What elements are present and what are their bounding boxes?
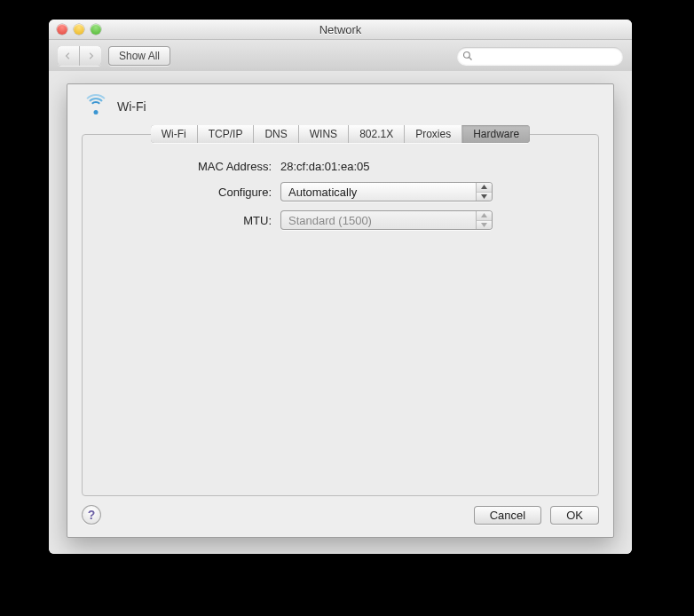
connection-name: Wi-Fi	[117, 99, 146, 114]
tab-label: Hardware	[473, 128, 519, 140]
tab-tcp-ip[interactable]: TCP/IP	[197, 125, 254, 143]
mac-address-label: MAC Address:	[99, 160, 280, 173]
tab-wins[interactable]: WINS	[298, 125, 348, 143]
ok-label: OK	[566, 509, 583, 522]
show-all-button[interactable]: Show All	[108, 46, 170, 66]
minimize-window-button[interactable]	[74, 24, 84, 35]
tabs: Wi-FiTCP/IPDNSWINS802.1XProxiesHardware	[67, 125, 613, 143]
tab-label: DNS	[264, 128, 287, 140]
tab-label: Wi-Fi	[162, 128, 186, 140]
toolbar: Show All	[49, 40, 632, 73]
nav-back-forward	[58, 46, 101, 66]
configure-popup[interactable]: Automatically	[280, 182, 493, 201]
sheet-footer: ? Cancel OK	[67, 496, 613, 537]
window-title: Network	[49, 23, 632, 36]
tab-wi-fi[interactable]: Wi-Fi	[151, 125, 197, 143]
advanced-sheet: Wi-Fi Wi-FiTCP/IPDNSWINS802.1XProxiesHar…	[67, 83, 614, 538]
configure-value: Automatically	[288, 186, 357, 199]
wifi-icon	[83, 97, 108, 116]
tab-label: WINS	[310, 128, 337, 140]
tab-dns[interactable]: DNS	[253, 125, 297, 143]
tab-proxies[interactable]: Proxies	[404, 125, 461, 143]
help-button[interactable]: ?	[82, 505, 101, 525]
tab-label: TCP/IP	[209, 128, 243, 140]
search-field[interactable]	[457, 47, 623, 65]
back-button[interactable]	[58, 46, 79, 66]
svg-point-0	[464, 52, 470, 59]
sheet-header: Wi-Fi	[67, 84, 613, 122]
network-preferences-window: Network Show All	[49, 20, 632, 554]
svg-line-1	[469, 58, 472, 60]
mtu-value: Standard (1500)	[288, 214, 372, 227]
mtu-label: MTU:	[99, 214, 280, 227]
mac-address-value: 28:cf:da:01:ea:05	[280, 160, 369, 173]
tab-label: Proxies	[415, 128, 451, 140]
close-window-button[interactable]	[57, 24, 67, 35]
popup-arrows-icon	[476, 183, 492, 201]
tab-label: 802.1X	[359, 128, 393, 140]
titlebar: Network	[49, 20, 632, 40]
search-icon	[462, 51, 473, 61]
mtu-popup: Standard (1500)	[280, 210, 493, 230]
cancel-label: Cancel	[490, 509, 525, 522]
hardware-tab-pane: MAC Address: 28:cf:da:01:ea:05 Configure…	[82, 134, 599, 496]
window-controls	[57, 24, 101, 35]
zoom-window-button[interactable]	[91, 24, 101, 35]
popup-arrows-icon	[476, 211, 492, 229]
forward-button[interactable]	[79, 46, 101, 66]
configure-label: Configure:	[99, 186, 280, 199]
cancel-button[interactable]: Cancel	[474, 506, 541, 525]
search-input[interactable]	[477, 49, 618, 63]
show-all-label: Show All	[119, 50, 160, 62]
tab-802-1x[interactable]: 802.1X	[348, 125, 404, 143]
tab-hardware[interactable]: Hardware	[461, 125, 530, 143]
ok-button[interactable]: OK	[550, 506, 599, 525]
